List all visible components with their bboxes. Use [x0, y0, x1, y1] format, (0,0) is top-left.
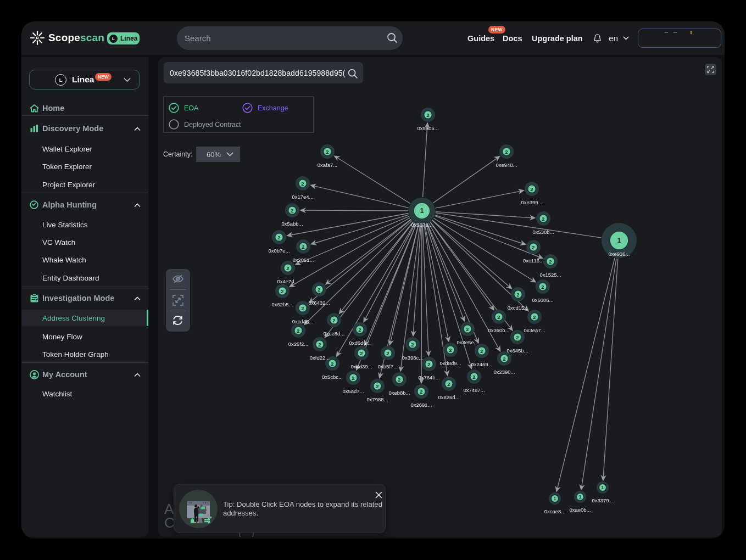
svg-text:2: 2	[301, 181, 304, 187]
svg-text:0xb5f7...: 0xb5f7...	[378, 363, 398, 369]
svg-text:0xcd48...: 0xcd48...	[292, 318, 314, 324]
svg-text:1: 1	[553, 496, 556, 501]
svg-text:0xcae8...: 0xcae8...	[544, 508, 566, 514]
svg-text:1: 1	[617, 237, 621, 244]
svg-text:0x3379...: 0x3379...	[592, 497, 613, 503]
svg-text:0xfd22...: 0xfd22...	[310, 355, 330, 361]
svg-text:0x17e4...: 0x17e4...	[292, 194, 313, 200]
svg-text:0x5cbc...: 0x5cbc...	[322, 374, 343, 380]
svg-text:0x398c...: 0x398c...	[402, 355, 424, 361]
svg-text:0xe948...: 0xe948...	[496, 162, 517, 168]
svg-text:0x764b...: 0x764b...	[418, 374, 439, 380]
svg-text:2: 2	[318, 341, 321, 348]
svg-text:2: 2	[542, 216, 544, 222]
svg-text:2: 2	[427, 361, 430, 367]
svg-text:2: 2	[472, 374, 475, 380]
svg-text:0x360b...: 0x360b...	[488, 327, 509, 333]
svg-text:2: 2	[358, 327, 361, 333]
svg-text:0x645b...: 0x645b...	[506, 348, 528, 354]
svg-text:1: 1	[578, 494, 581, 500]
svg-text:2: 2	[503, 356, 505, 362]
svg-text:0xcd15...: 0xcd15...	[508, 305, 529, 311]
svg-text:0x4d39...: 0x4d39...	[350, 363, 372, 369]
svg-text:2: 2	[411, 341, 414, 348]
svg-text:2: 2	[302, 244, 304, 250]
svg-text:0x5a05...: 0x5a05...	[417, 125, 438, 131]
svg-text:0x3e5e...: 0x3e5e...	[456, 339, 478, 345]
svg-text:0x826d...: 0x826d...	[438, 394, 459, 400]
svg-text:0x1525...: 0x1525...	[539, 272, 561, 278]
svg-text:0xc116...: 0xc116...	[523, 257, 544, 264]
svg-text:0x2469...: 0x2469...	[471, 361, 492, 367]
svg-text:0x5abb...: 0x5abb...	[281, 221, 303, 227]
svg-text:2: 2	[466, 326, 469, 332]
svg-text:0x5ad7...: 0x5ad7...	[342, 388, 364, 394]
svg-text:0x2051...: 0x2051...	[292, 257, 314, 263]
svg-text:2: 2	[352, 375, 354, 381]
svg-text:2: 2	[332, 317, 335, 323]
svg-text:2: 2	[505, 149, 508, 155]
svg-text:2: 2	[318, 287, 320, 293]
svg-text:0xe936...: 0xe936...	[608, 251, 630, 257]
svg-text:2: 2	[516, 292, 519, 298]
svg-text:2: 2	[516, 334, 519, 340]
svg-text:0x6006...: 0x6006...	[532, 297, 553, 303]
svg-text:2: 2	[532, 244, 535, 250]
svg-text:2: 2	[480, 348, 483, 354]
svg-text:0x6432...: 0x6432...	[308, 300, 330, 306]
svg-text:0x4e7d...: 0x4e7d...	[277, 278, 298, 284]
svg-text:0xce8d...: 0xce8d...	[324, 331, 345, 337]
svg-text:2: 2	[386, 350, 389, 356]
svg-text:0xae0b...: 0xae0b...	[569, 507, 591, 513]
svg-text:2: 2	[541, 284, 544, 290]
svg-text:0x62b5...: 0x62b5...	[271, 301, 293, 307]
svg-text:0x25f2...: 0x25f2...	[288, 341, 308, 347]
svg-text:1: 1	[601, 485, 604, 490]
svg-text:2: 2	[420, 389, 422, 395]
svg-text:2: 2	[533, 314, 536, 320]
svg-text:0xd8d9...: 0xd8d9...	[439, 360, 461, 366]
svg-text:2: 2	[549, 259, 552, 265]
svg-text:2: 2	[277, 234, 280, 240]
svg-text:2: 2	[286, 265, 289, 271]
svg-text:2: 2	[326, 149, 329, 155]
svg-text:2: 2	[447, 381, 450, 387]
svg-text:1: 1	[420, 207, 424, 215]
svg-text:0xe399...: 0xe399...	[521, 199, 542, 205]
svg-text:2: 2	[301, 305, 304, 311]
svg-text:0x3ea7...: 0x3ea7...	[524, 327, 545, 333]
svg-text:0xeb8b...: 0xeb8b...	[388, 390, 410, 396]
svg-text:2: 2	[291, 208, 293, 214]
svg-text:2: 2	[331, 361, 333, 367]
svg-text:0x530b...: 0x530b...	[532, 229, 554, 235]
svg-text:0xd6d6...: 0xd6d6...	[349, 340, 370, 346]
svg-text:2: 2	[530, 186, 533, 192]
svg-text:2: 2	[426, 112, 429, 118]
svg-text:2: 2	[360, 350, 363, 356]
svg-text:2: 2	[497, 314, 500, 320]
svg-text:2: 2	[297, 328, 299, 334]
svg-text:0x2390...: 0x2390...	[493, 369, 515, 375]
svg-text:2: 2	[398, 377, 400, 383]
svg-text:0x7487...: 0x7487...	[463, 387, 485, 393]
svg-text:2: 2	[449, 347, 452, 353]
svg-text:0x2691...: 0x2691...	[410, 402, 432, 408]
svg-text:2: 2	[376, 383, 378, 389]
svg-text:2: 2	[281, 288, 283, 294]
svg-text:0x5076...: 0x5076...	[411, 222, 432, 228]
svg-text:0x0b7e...: 0x0b7e...	[268, 248, 290, 254]
svg-text:0x7988...: 0x7988...	[366, 396, 388, 402]
svg-text:0xafa7...: 0xafa7...	[318, 162, 337, 168]
